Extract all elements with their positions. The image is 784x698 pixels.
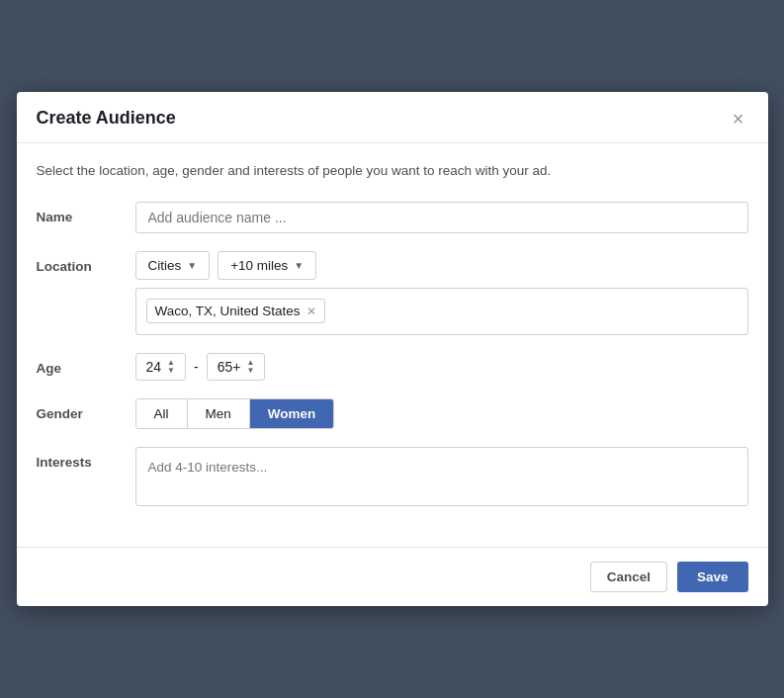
interests-control [135,447,748,509]
save-button[interactable]: Save [677,562,748,592]
chevron-down-icon-2: ▼ [294,260,304,271]
down-arrow-icon: ▼ [167,367,175,375]
name-row: Name [37,202,748,233]
age-row: Age 24 ▲ ▼ - 65+ [37,353,748,381]
close-button[interactable]: × [729,109,748,129]
gender-men-button[interactable]: Men [188,399,250,428]
age-max-value: 65+ [218,359,241,375]
location-radius-label: +10 miles [230,258,288,273]
location-control: Cities ▼ +10 miles ▼ Waco, TX, United St… [135,251,748,335]
name-control [135,202,748,233]
age-min-spinner[interactable]: 24 ▲ ▼ [135,353,187,381]
location-label: Location [37,251,135,274]
interests-input[interactable] [135,447,748,506]
age-separator: - [194,359,199,375]
gender-row: Gender All Men Women [37,398,748,429]
age-max-arrows[interactable]: ▲ ▼ [246,359,254,375]
location-radius-dropdown[interactable]: +10 miles ▼ [218,251,316,280]
gender-all-button[interactable]: All [136,399,188,428]
interests-label: Interests [37,447,135,470]
modal-subtitle: Select the location, age, gender and int… [37,161,748,181]
location-row: Location Cities ▼ +10 miles ▼ [37,251,748,335]
modal-header: Create Audience × [17,92,768,143]
age-inputs: 24 ▲ ▼ - 65+ ▲ ▼ [135,353,748,381]
location-type-dropdown[interactable]: Cities ▼ [135,251,211,280]
gender-button-group: All Men Women [135,398,335,429]
location-tag-text: Waco, TX, United States [155,304,301,318]
cancel-button[interactable]: Cancel [590,562,667,592]
modal-title: Create Audience [37,108,176,129]
location-dropdowns: Cities ▼ +10 miles ▼ [135,251,748,280]
age-label: Age [37,353,135,376]
location-input-box[interactable]: Waco, TX, United States ✕ [135,288,748,335]
age-max-spinner[interactable]: 65+ ▲ ▼ [207,353,266,381]
age-control: 24 ▲ ▼ - 65+ ▲ ▼ [135,353,748,381]
name-label: Name [37,202,135,224]
modal-footer: Cancel Save [17,547,768,606]
gender-women-button[interactable]: Women [250,399,334,428]
gender-label: Gender [37,398,135,421]
chevron-down-icon: ▼ [187,260,197,271]
age-min-value: 24 [146,359,162,375]
modal-overlay: Create Audience × Select the location, a… [0,0,784,698]
location-tag-remove[interactable]: ✕ [306,305,316,317]
location-type-label: Cities [148,258,182,273]
gender-control: All Men Women [135,398,748,429]
create-audience-modal: Create Audience × Select the location, a… [17,92,768,605]
name-input[interactable] [135,202,748,233]
age-min-arrows[interactable]: ▲ ▼ [167,359,175,375]
modal-body: Select the location, age, gender and int… [17,143,768,546]
down-arrow-icon-2: ▼ [246,367,254,375]
location-tag: Waco, TX, United States ✕ [146,299,325,323]
interests-row: Interests [37,447,748,509]
